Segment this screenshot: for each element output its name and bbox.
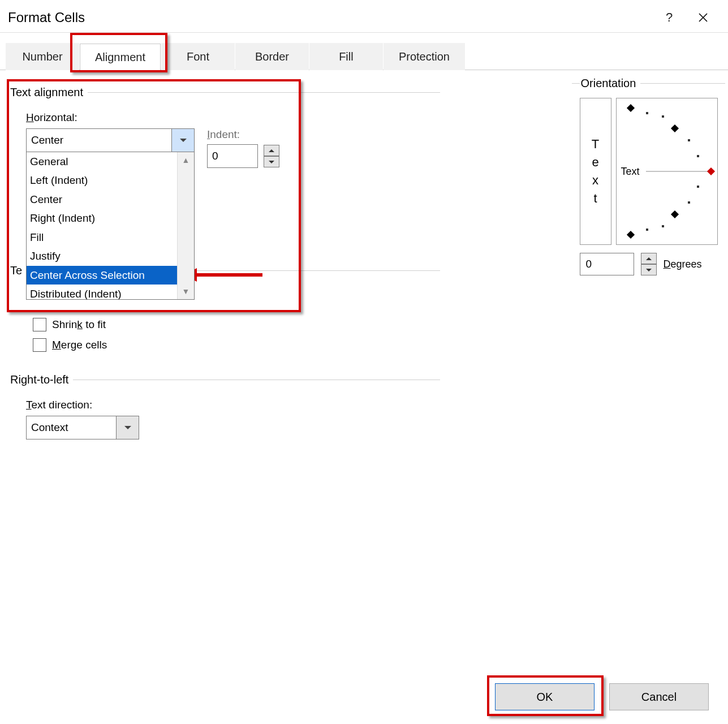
cancel-button[interactable]: Cancel: [609, 683, 709, 710]
vertical-text-button[interactable]: T e x t: [580, 98, 611, 245]
indent-value: 0: [212, 150, 218, 162]
dial-dot: [697, 186, 699, 188]
tab-alignment[interactable]: Alignment: [80, 44, 161, 71]
option-center-across-selection[interactable]: Center Across Selection: [27, 266, 177, 285]
indent-label: Indent:: [207, 128, 279, 141]
horizontal-combo[interactable]: Center General Left (Indent) Center Righ…: [26, 128, 195, 152]
option-right-indent[interactable]: Right (Indent): [27, 209, 177, 227]
dial-mark: [626, 231, 634, 239]
titlebar: Format Cells ?: [0, 0, 728, 33]
orientation-legend: Orientation: [580, 77, 641, 90]
degrees-label: Degrees: [664, 258, 702, 270]
text-alignment-legend: Text alignment: [10, 86, 88, 99]
ok-button[interactable]: OK: [495, 683, 595, 710]
chevron-down-icon: [180, 139, 187, 142]
merge-cells-checkbox[interactable]: [33, 338, 46, 352]
text-direction-dropdown-button[interactable]: [116, 416, 139, 439]
dial-dot: [646, 112, 648, 114]
dial-mark: [626, 104, 634, 112]
vtext-char: t: [593, 191, 597, 206]
dial-dot: [688, 139, 690, 141]
chevron-down-icon: [124, 426, 131, 429]
option-general[interactable]: General: [27, 152, 177, 171]
text-direction-combo[interactable]: Context: [26, 416, 139, 439]
shrink-to-fit-row: Shrink to fit: [33, 318, 440, 331]
degrees-spinner: [641, 253, 657, 275]
vtext-char: T: [592, 137, 599, 152]
rtl-legend: Right-to-left: [10, 373, 73, 386]
dialog-title: Format Cells: [8, 10, 652, 25]
indent-input[interactable]: 0: [207, 144, 258, 168]
text-direction-combo-box[interactable]: Context: [26, 416, 139, 439]
degrees-value: 0: [586, 258, 592, 270]
shrink-to-fit-label: Shrink to fit: [52, 318, 106, 331]
dial-needle-endpoint: [707, 167, 714, 175]
tab-font[interactable]: Font: [161, 43, 235, 70]
shrink-to-fit-checkbox[interactable]: [33, 318, 46, 331]
degrees-spin-up[interactable]: [641, 253, 657, 264]
dropdown-scrollbar[interactable]: ▲ ▼: [177, 152, 194, 299]
dial-dot: [697, 155, 699, 157]
horizontal-combo-box[interactable]: Center: [26, 128, 195, 152]
tab-fill[interactable]: Fill: [309, 43, 383, 70]
merge-cells-row: Merge cells: [33, 338, 440, 352]
dial-mark: [670, 210, 678, 218]
dial-dot: [646, 229, 648, 231]
merge-cells-label: Merge cells: [52, 339, 107, 351]
close-button[interactable]: [686, 3, 720, 32]
horizontal-label: Horizontal:: [26, 111, 440, 124]
dial-needle-label: Text: [621, 166, 640, 178]
dial-needle-line: [646, 171, 708, 172]
option-distributed-indent[interactable]: Distributed (Indent): [27, 285, 177, 299]
indent-spin-down[interactable]: [264, 156, 279, 167]
text-direction-label: Text direction:: [26, 399, 440, 411]
dial-dot: [662, 115, 664, 118]
option-justify[interactable]: Justify: [27, 247, 177, 265]
orientation-group: Orientation T e x t Text: [571, 77, 718, 282]
horizontal-dropdown: General Left (Indent) Center Right (Inde…: [26, 152, 195, 300]
text-direction-value: Context: [31, 421, 68, 434]
option-left-indent[interactable]: Left (Indent): [27, 171, 177, 189]
tab-number[interactable]: Number: [6, 43, 79, 70]
vtext-char: x: [592, 173, 598, 188]
scroll-up-icon: ▲: [182, 156, 190, 165]
text-alignment-group: Text alignment Horizontal: Center Genera…: [10, 86, 440, 168]
tab-protection[interactable]: Protection: [384, 43, 465, 70]
option-fill[interactable]: Fill: [27, 228, 177, 247]
text-control-legend: Te: [10, 264, 27, 277]
dial-dot: [688, 201, 690, 204]
dial-dot: [662, 225, 664, 227]
indent-spinner: [264, 145, 279, 167]
degrees-input[interactable]: 0: [580, 253, 634, 275]
option-center[interactable]: Center: [27, 190, 177, 209]
degrees-spin-down[interactable]: [641, 264, 657, 275]
dial-mark: [670, 124, 678, 132]
content-area: Text alignment Horizontal: Center Genera…: [0, 70, 728, 636]
horizontal-dropdown-button[interactable]: [171, 129, 194, 152]
vtext-char: e: [592, 155, 598, 170]
help-button[interactable]: ?: [652, 3, 686, 32]
indent-spin-up[interactable]: [264, 145, 279, 156]
rtl-group: Right-to-left Text direction: Context: [10, 373, 440, 439]
horizontal-value: Center: [31, 134, 63, 146]
tabstrip: Number Alignment Font Border Fill Protec…: [6, 43, 728, 70]
close-icon: [698, 12, 708, 23]
tab-border[interactable]: Border: [235, 43, 309, 70]
orientation-dial[interactable]: Text: [616, 98, 718, 245]
scroll-down-icon: ▼: [182, 287, 190, 296]
